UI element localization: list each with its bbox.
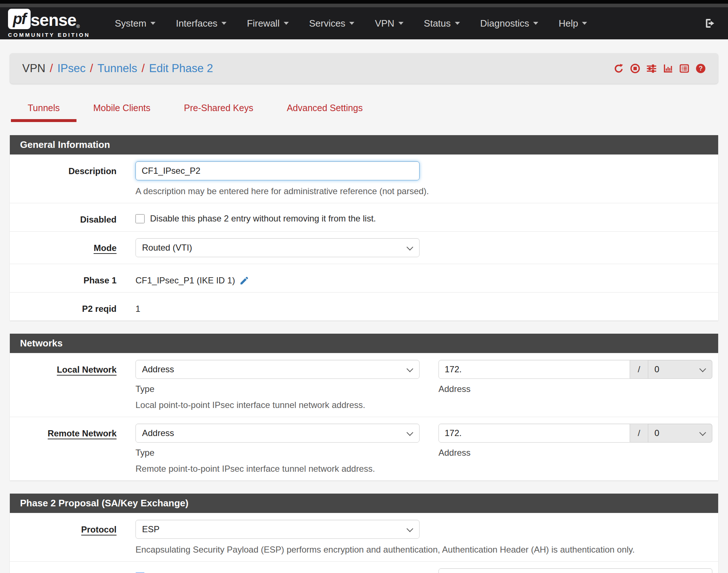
phase1-value: CF1_IPsec_P1 (IKE ID 1) [135,275,235,286]
main-navbar: pf sense ® COMMUNITY EDITION System Inte… [0,7,728,39]
pfsense-logo[interactable]: pf sense ® COMMUNITY EDITION [8,9,90,38]
nav-item-firewall[interactable]: Firewall [237,18,299,29]
description-label: Description [10,161,135,196]
edit-pencil-icon[interactable] [239,276,249,286]
nav-item-interfaces[interactable]: Interfaces [166,18,237,29]
logo-sense-text: sense [31,12,76,29]
disabled-row: Disabled Disable this phase 2 entry with… [10,203,718,231]
p2-reqid-label: P2 reqid [10,299,135,314]
protocol-help-text: Encapsulating Security Payload (ESP) per… [135,545,712,555]
panel-title-phase2-proposal: Phase 2 Proposal (SA/Key Exchange) [10,494,718,513]
description-row: Description A description may be entered… [10,154,718,203]
local-network-label: Local Network [57,365,117,376]
protocol-row: Protocol ESP Encapsulating Security Payl… [10,513,718,561]
remote-address-sub-label: Address [438,448,712,458]
tab-pre-shared-keys[interactable]: Pre-Shared Keys [167,98,270,122]
remote-network-address-input[interactable] [438,424,630,443]
protocol-label: Protocol [81,525,117,535]
disabled-checkbox-label: Disable this phase 2 entry without remov… [150,213,376,224]
breadcrumb-panel: VPN / IPsec / Tunnels / Edit Phase 2 [10,53,718,84]
svg-text:?: ? [699,65,703,72]
nav-item-help[interactable]: Help [548,18,597,29]
registered-mark: ® [76,24,80,29]
stop-icon[interactable] [630,63,640,74]
chevron-down-icon [349,22,354,25]
phase1-label: Phase 1 [10,271,135,286]
chevron-down-icon [582,22,587,25]
local-prefix-select[interactable]: 0 [648,360,712,379]
phase2-proposal-panel: Phase 2 Proposal (SA/Key Exchange) Proto… [10,494,718,573]
chevron-down-icon [221,22,227,25]
breadcrumb-link-ipsec[interactable]: IPsec [57,62,86,75]
remote-type-sub-label: Type [135,448,420,458]
chevron-down-icon [150,22,156,25]
remote-network-row: Remote Network Address Type / [10,417,718,480]
local-network-help-text: Local point-to-point IPsec interface tun… [135,400,712,410]
local-type-sub-label: Type [135,384,420,394]
local-prefix-separator: / [630,360,648,379]
help-icon[interactable]: ? [696,63,706,74]
chevron-down-icon [284,22,289,25]
nav-item-vpn[interactable]: VPN [365,18,413,29]
pf-logo-box: pf [8,9,31,29]
phase1-row: Phase 1 CF1_IPsec_P1 (IKE ID 1) [10,264,718,292]
mode-row: Mode Routed (VTI) [10,231,718,264]
window-top-strip [0,0,728,4]
refresh-icon[interactable] [614,63,624,74]
aes-keylen-select[interactable]: 256 bits [438,568,712,573]
chevron-down-icon [398,22,404,25]
tab-bar: Tunnels Mobile Clients Pre-Shared Keys A… [11,98,728,122]
nav-item-diagnostics[interactable]: Diagnostics [470,18,548,29]
description-help-text: A description may be entered here for ad… [135,186,712,196]
breadcrumb-link-edit-phase-2[interactable]: Edit Phase 2 [149,62,213,75]
networks-panel: Networks Local Network Address Type / [10,334,718,480]
local-network-row: Local Network Address Type / [10,353,718,417]
remote-prefix-separator: / [630,424,648,443]
page-action-icons: ? [614,63,706,74]
p2-reqid-row: P2 reqid 1 [10,292,718,321]
panel-title-networks: Networks [10,334,718,353]
tab-advanced-settings[interactable]: Advanced Settings [270,98,379,122]
panel-title-general-information: General Information [10,135,718,154]
tab-mobile-clients[interactable]: Mobile Clients [76,98,167,122]
bar-chart-icon[interactable] [663,63,673,74]
remote-network-help-text: Remote point-to-point IPsec interface tu… [135,464,712,474]
nav-item-status[interactable]: Status [414,18,470,29]
local-network-type-select[interactable]: Address [135,360,420,379]
breadcrumb-root: VPN [22,62,46,75]
window-chrome-strip [0,4,728,7]
nav-item-services[interactable]: Services [299,18,365,29]
page-content: VPN / IPsec / Tunnels / Edit Phase 2 [0,39,728,573]
local-network-address-input[interactable] [438,360,630,379]
general-information-panel: General Information Description A descri… [10,135,718,321]
p2-reqid-value: 1 [135,304,140,314]
description-input[interactable] [135,161,420,180]
community-edition-label: COMMUNITY EDITION [8,32,90,38]
breadcrumb: VPN / IPsec / Tunnels / Edit Phase 2 [22,62,614,75]
chevron-down-icon [533,22,538,25]
remote-network-label: Remote Network [48,428,117,439]
local-address-sub-label: Address [438,384,712,394]
mode-label: Mode [94,243,117,254]
navbar-menu: System Interfaces Firewall Services VPN … [105,18,704,29]
nav-item-system[interactable]: System [105,18,166,29]
mode-select[interactable]: Routed (VTI) [135,238,420,257]
list-icon[interactable] [679,63,689,74]
breadcrumb-link-tunnels[interactable]: Tunnels [98,62,137,75]
sliders-icon[interactable] [646,63,657,74]
encryption-aes-row: Encryption Algorithms AES 256 bits [10,561,718,573]
tab-tunnels[interactable]: Tunnels [11,98,76,122]
chevron-down-icon [455,22,460,25]
remote-network-type-select[interactable]: Address [135,424,420,443]
sign-out-icon[interactable] [704,17,716,29]
protocol-select[interactable]: ESP [135,520,420,539]
disabled-checkbox[interactable] [135,214,145,223]
disabled-label: Disabled [10,210,135,225]
remote-prefix-select[interactable]: 0 [648,424,712,443]
